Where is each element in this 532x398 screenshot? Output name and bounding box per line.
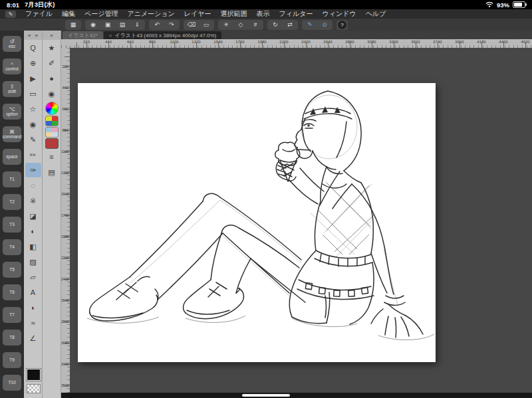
menu-5[interactable]: 選択範囲 [221, 9, 247, 19]
ruler-left-label: 2640 [61, 298, 68, 302]
menu-8[interactable]: ウィンドウ [322, 9, 356, 19]
ruler-left-label: 3080 [61, 341, 68, 345]
shortcut-T10[interactable]: T10 [3, 375, 21, 391]
brush-size-icon[interactable]: ● [44, 71, 60, 86]
menu-6[interactable]: 表示 [257, 9, 270, 19]
text-tool[interactable]: A [25, 285, 41, 300]
shortcut-T6[interactable]: T6 [3, 284, 21, 300]
shortcut-T4[interactable]: T4 [3, 239, 21, 255]
transparent-color-swatch[interactable] [27, 384, 41, 393]
snap-ruler-icon[interactable]: ✳ [219, 21, 233, 29]
flip-view-icon[interactable]: ⇄ [283, 21, 297, 29]
ruler-top-label: 4400 [495, 40, 511, 44]
ruler-tool[interactable]: ∠ [25, 331, 41, 346]
stylus-app-icon[interactable]: ✎ [5, 11, 16, 18]
clear-icon[interactable]: ⌫ [185, 21, 198, 29]
menu-9[interactable]: ヘルプ [366, 9, 386, 19]
selection-tool[interactable]: ▭ [25, 86, 41, 101]
canvas[interactable] [78, 83, 436, 362]
pencil-tool[interactable]: ✏ [25, 148, 41, 162]
stylus-pressure-icon[interactable]: ✎ [303, 21, 317, 29]
tool-column-1: Q⊕▶▭☆◉✎✏✑◌※◪◐◧▨▱A◗≈∠ [24, 41, 42, 346]
color-wheel[interactable] [45, 102, 59, 115]
panel-collapse-row-2: « [43, 31, 61, 40]
brush-tool[interactable]: ✑ [25, 163, 41, 177]
fill-tool[interactable]: ◧ [25, 239, 41, 254]
quick-access-icon[interactable]: ★ [44, 41, 60, 55]
clock: 8:01 [7, 1, 19, 9]
shortcut-T9[interactable]: T9 [3, 352, 21, 368]
eyedropper-small-icon[interactable]: ◉ [44, 86, 60, 101]
touch-gesture-icon[interactable]: ⊙ [318, 21, 331, 29]
page-list-icon[interactable]: ▤ [116, 21, 129, 29]
collapse-left-icon[interactable]: « [50, 33, 53, 39]
page-manager-icon[interactable]: ◉ [86, 21, 100, 29]
battery-icon [513, 1, 525, 8]
collapse-left-icon[interactable]: « [28, 33, 31, 39]
decoration-tool[interactable]: ※ [25, 193, 41, 208]
blend-tool[interactable]: ◐ [25, 224, 41, 239]
shortcut-option[interactable]: ⌥option [3, 104, 21, 120]
layer-property-icon[interactable]: ▤ [44, 165, 60, 179]
line-correct-tool[interactable]: ≈ [25, 316, 41, 330]
shortcut-command[interactable]: ⌘command [3, 126, 21, 142]
shortcut-T1[interactable]: T1 [3, 171, 21, 187]
toolbar-group: ▦ [65, 20, 81, 30]
eyedropper-tool[interactable]: ◉ [25, 117, 41, 132]
workspace-grid-icon[interactable]: ▦ [66, 21, 80, 29]
layer-palette-icon[interactable]: ≡ [44, 149, 60, 164]
tab-illust43[interactable]: × イラスト43 (4093 x 3894px 400dpi 47.0%) [104, 31, 222, 39]
ruler-top-label: 2860 [342, 40, 358, 44]
shortcut-T7[interactable]: T7 [3, 307, 21, 323]
shortcut-T3[interactable]: T3 [3, 217, 21, 233]
menu-7[interactable]: フィルター [279, 9, 313, 19]
shortcut-control[interactable]: ^control [3, 58, 21, 74]
menu-1[interactable]: 編集 [62, 9, 75, 19]
tab-illust42[interactable]: イラスト42* [63, 31, 103, 39]
shortcut-T8[interactable]: T8 [3, 330, 21, 346]
new-page-icon[interactable]: ▣ [101, 21, 114, 29]
tool-column-1-wrap: « » Q⊕▶▭☆◉✎✏✑◌※◪◐◧▨▱A◗≈∠ [24, 31, 43, 398]
ruler-top-label: 2640 [320, 40, 336, 44]
shortcut-T2[interactable]: T2 [3, 194, 21, 210]
shortcut-esc[interactable]: ↺esc [3, 36, 21, 52]
zoom-tool[interactable]: Q [25, 41, 41, 55]
menu-2[interactable]: ページ管理 [84, 9, 118, 19]
undo-icon[interactable]: ↶ [150, 21, 164, 29]
color-mixing-palette[interactable] [45, 127, 59, 138]
rotate-view-icon[interactable]: ↻ [269, 21, 282, 29]
shortcut-T5[interactable]: T5 [3, 262, 21, 278]
balloon-tool[interactable]: ◗ [25, 300, 41, 315]
snap-special-ruler-icon[interactable]: ◇ [234, 21, 247, 29]
shortcut-space[interactable]: space [3, 149, 21, 165]
main-color-swatch[interactable] [27, 369, 41, 381]
deselect-icon[interactable]: ▭ [200, 21, 213, 29]
save-icon[interactable]: ⇓ [130, 21, 144, 29]
ruler-left-label: 3520 [61, 383, 68, 387]
auto-select-tool[interactable]: ☆ [25, 102, 41, 116]
menu-4[interactable]: レイヤー [184, 9, 211, 19]
snap-grid-icon[interactable]: # [249, 21, 262, 29]
help-icon[interactable]: ? [338, 21, 346, 29]
close-icon[interactable]: × [109, 33, 112, 39]
redo-icon[interactable]: ↷ [165, 21, 178, 29]
shortcut-shift[interactable]: ⇧shift [3, 81, 21, 97]
menu-0[interactable]: ファイル [25, 9, 53, 19]
canvas-viewport[interactable] [70, 48, 532, 398]
home-indicator[interactable] [242, 394, 290, 397]
approximate-color[interactable] [45, 138, 59, 149]
expand-right-icon[interactable]: » [35, 33, 38, 39]
figure-tool[interactable]: ▱ [25, 270, 41, 284]
menu-3[interactable]: アニメーション [127, 9, 174, 19]
ruler-left-label: 440 [61, 86, 68, 90]
eraser-tool[interactable]: ◪ [25, 209, 41, 223]
gradient-tool[interactable]: ▨ [25, 254, 41, 269]
airbrush-tool[interactable]: ◌ [25, 178, 41, 193]
move-tool[interactable]: ⊕ [25, 56, 41, 70]
color-set[interactable] [45, 116, 59, 126]
ruler-left-label: 3300 [61, 362, 68, 366]
ruler-left: 2204406608801100132015401760198022002420… [61, 48, 70, 398]
pen-tool[interactable]: ✎ [25, 132, 41, 147]
subtool-detail-icon[interactable]: ✐ [44, 56, 60, 70]
operation-tool[interactable]: ▶ [25, 71, 41, 86]
